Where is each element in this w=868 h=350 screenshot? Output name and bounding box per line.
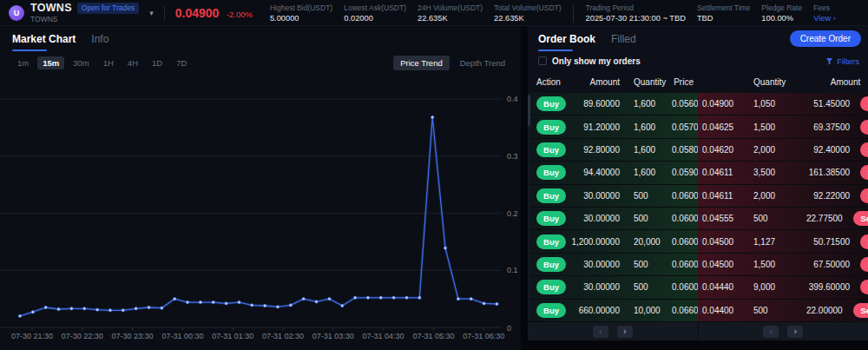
topbar: U TOWNS Open for Trades TOWNS ▾ 0.04900 …: [0, 0, 868, 26]
buy-quantity: 10,000: [623, 306, 672, 315]
chart-point: [470, 297, 472, 300]
buy-button[interactable]: Buy: [536, 165, 566, 180]
timeframe-15m[interactable]: 15m: [37, 56, 64, 69]
buy-amount: 91.20000: [568, 122, 623, 132]
filters-label: Filters: [837, 56, 859, 66]
sell-orders-prev-page-button[interactable]: ‹: [763, 326, 779, 338]
timeframe-30m[interactable]: 30m: [68, 56, 94, 69]
order-book-pagination: ‹›‹›: [528, 322, 868, 340]
sell-button[interactable]: Sell: [860, 234, 868, 249]
sell-button[interactable]: Sell: [853, 303, 868, 318]
token-selector[interactable]: U TOWNS Open for Trades TOWNS ▾: [9, 2, 154, 23]
sell-amount: 161.38500: [775, 168, 853, 177]
chart-point: [392, 296, 395, 299]
stat-lowest-ask-usdt: Lowest Ask(USDT)0.02000: [344, 3, 406, 23]
chart-point: [57, 307, 60, 310]
buy-button[interactable]: Buy: [536, 257, 566, 272]
timeframe-1h[interactable]: 1H: [98, 56, 119, 69]
chart-point: [238, 300, 240, 303]
buy-button[interactable]: Buy: [536, 96, 566, 111]
sell-button[interactable]: Sell: [860, 96, 868, 111]
buy-button[interactable]: Buy: [536, 234, 566, 249]
status-badge: Open for Trades: [77, 3, 139, 14]
order-book-row: Buy30.000005000.060000.044409,000399.600…: [528, 276, 868, 299]
timeframe-1m[interactable]: 1m: [12, 56, 34, 69]
buy-button[interactable]: Buy: [536, 280, 566, 294]
sell-price: 0.04611: [698, 168, 753, 177]
price-chart[interactable]: 00.10.20.30.407-30 21:3007-30 22:3007-30…: [0, 74, 521, 350]
row-buy-side: Buy30.000005000.06000: [528, 185, 698, 207]
stat-trading-period: Trading Period2025-07-30 21:30:00 ~ TBD: [573, 3, 686, 23]
scrollbar[interactable]: [528, 95, 530, 320]
timeframe-7d[interactable]: 7D: [171, 56, 192, 69]
timeframe-1d[interactable]: 1D: [147, 56, 168, 69]
fees-view-link[interactable]: View ›: [813, 14, 836, 23]
stat-value: 22.635K: [494, 14, 561, 23]
chart-toolbar: 1m15m30m1H4H1D7D Price TrendDepth Trend: [0, 51, 521, 74]
buy-button[interactable]: Buy: [536, 303, 566, 318]
sell-button[interactable]: Sell: [860, 120, 868, 135]
buy-amount: 660.00000: [568, 306, 623, 315]
buy-button[interactable]: Buy: [536, 211, 566, 226]
chart-point: [289, 304, 292, 307]
row-buy-side: Buy92.800001,6000.05800: [528, 139, 698, 161]
row-buy-side: Buy660.0000010,0000.06600: [528, 300, 698, 321]
row-sell-side: 0.046251,50069.37500Sell: [698, 116, 868, 137]
sell-price: 0.04500: [698, 237, 753, 247]
buy-orders-prev-page-button[interactable]: ‹: [593, 326, 608, 338]
market-stats: Highest Bid(USDT)5.00000Lowest Ask(USDT)…: [270, 3, 836, 23]
sell-quantity: 1,127: [753, 237, 775, 247]
sell-quantity: 9,000: [753, 282, 775, 292]
sell-quantity: 1,500: [753, 260, 775, 269]
create-order-button[interactable]: Create Order: [790, 30, 861, 47]
price-block: 0.04900 -2.00%: [175, 5, 253, 21]
timeframe-4h[interactable]: 4H: [122, 56, 143, 69]
sell-amount: 22.77500: [768, 214, 846, 223]
trend-depth-trend[interactable]: Depth Trend: [453, 56, 512, 70]
chart-point: [418, 296, 421, 299]
chart-point: [199, 300, 201, 303]
sell-button[interactable]: Sell: [860, 188, 868, 203]
order-book-subrow: Only show my orders Filters: [528, 51, 868, 70]
tab-order-book[interactable]: Order Book: [538, 26, 595, 51]
order-book-panel: Order Book Filled Create Order Only show…: [528, 26, 868, 340]
only-my-orders-checkbox[interactable]: Only show my orders: [538, 56, 641, 66]
tab-market-chart[interactable]: Market Chart: [12, 26, 76, 51]
filters-button[interactable]: Filters: [825, 56, 859, 66]
row-sell-side: 0.045001,50067.50000Sell: [698, 254, 868, 275]
buy-button[interactable]: Buy: [536, 142, 566, 157]
sell-button[interactable]: Sell: [860, 165, 868, 180]
stat-label: 24H Volume(USDT): [418, 3, 483, 12]
chart-point: [83, 307, 86, 310]
buy-button[interactable]: Buy: [536, 188, 566, 203]
sell-price: 0.04555: [698, 214, 753, 223]
sell-amount: 67.50000: [775, 260, 853, 269]
chart-point: [328, 297, 331, 300]
tab-info[interactable]: Info: [91, 26, 108, 51]
stat-label: Pledge Rate: [761, 3, 802, 12]
sell-button[interactable]: Sell: [860, 142, 868, 157]
sell-quantity: 500: [753, 306, 768, 315]
row-buy-side: Buy94.400001,6000.05900: [528, 162, 698, 183]
buy-orders-next-page-button[interactable]: ›: [617, 326, 633, 338]
tab-filled[interactable]: Filled: [611, 26, 636, 51]
chart-point: [457, 297, 459, 300]
x-tick-label: 07-30 22:30: [62, 332, 103, 340]
stat-label: Trading Period: [586, 3, 686, 12]
row-sell-side: 0.049001,05051.45000Sell: [698, 93, 868, 115]
y-tick-label: 0.4: [507, 95, 518, 103]
x-tick-label: 07-31 00:30: [161, 332, 203, 340]
sell-orders-next-page-button[interactable]: ›: [787, 326, 803, 338]
column-amount-buy: Amount: [568, 77, 623, 87]
sell-quantity: 1,500: [753, 122, 775, 132]
buy-button[interactable]: Buy: [536, 120, 566, 135]
buy-amount: 89.60000: [568, 99, 623, 109]
trend-price-trend[interactable]: Price Trend: [393, 56, 450, 70]
scrollbar-thumb[interactable]: [528, 95, 530, 126]
chart-point: [31, 311, 34, 314]
sell-button[interactable]: Sell: [860, 280, 868, 294]
sell-button[interactable]: Sell: [860, 257, 868, 272]
sell-button[interactable]: Sell: [853, 211, 868, 226]
chevron-down-icon[interactable]: ▾: [149, 9, 154, 17]
checkbox-box-icon[interactable]: [538, 56, 547, 65]
